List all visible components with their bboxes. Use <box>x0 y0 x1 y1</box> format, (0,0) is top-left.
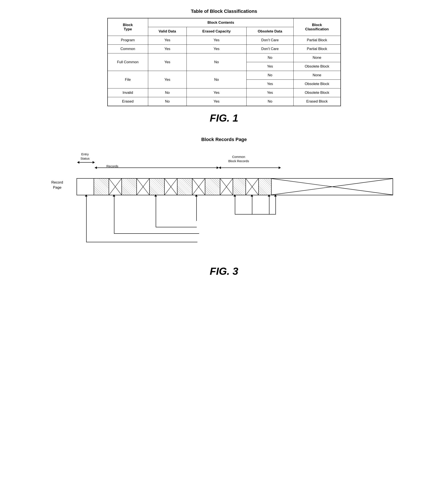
cell-classification: Obsolete Block <box>294 88 341 97</box>
label-common: CommonBlock Records <box>228 155 249 163</box>
common-arrow-left <box>219 166 221 169</box>
header-block-type: BlockType <box>108 18 148 36</box>
header-valid-data: Valid Data <box>148 27 187 36</box>
cell-valid: No <box>148 97 187 106</box>
seg-erased <box>272 179 393 195</box>
seg-dot-1 <box>94 179 109 195</box>
header-block-classification: BlockClassification <box>294 18 341 36</box>
header-block-contents: Block Contents <box>148 18 294 27</box>
vline-7 <box>269 195 269 214</box>
seg-cross-1 <box>109 179 122 195</box>
entry-status-arrow <box>77 162 95 163</box>
arrow-up-1 <box>85 195 88 196</box>
seg-cross-4 <box>192 179 205 195</box>
table-row: Program Yes Yes Don’t Care Partial Block <box>108 36 341 45</box>
cell-classification: Erased Block <box>294 97 341 106</box>
record-bar <box>77 178 393 195</box>
cell-obsolete: Yes <box>247 88 294 97</box>
arrow-left-head <box>77 161 79 164</box>
cell-classification: Obsolete Block <box>294 80 341 88</box>
arrow-up-5 <box>233 195 236 196</box>
seg-dot-5 <box>205 179 220 195</box>
hline-common <box>235 214 276 214</box>
cell-obsolete: No <box>247 71 294 80</box>
table-row: Erased No Yes No Erased Block <box>108 97 341 106</box>
arrow-up-2 <box>113 195 115 196</box>
fig1-section: Table of Block Classifications BlockType… <box>13 8 435 124</box>
cell-valid: Yes <box>148 53 187 71</box>
label-record-page: RecordPage <box>42 180 72 190</box>
cell-obsolete: Yes <box>247 80 294 88</box>
cell-erased: No <box>187 71 247 88</box>
records-arrow-line <box>95 167 219 168</box>
cell-erased: Yes <box>187 45 247 53</box>
table-row: Common Yes Yes Don’t Care Partial Block <box>108 45 341 53</box>
arrow-right-head <box>93 161 95 164</box>
seg-dot-cb-1 <box>233 179 246 195</box>
cell-erased: Yes <box>187 97 247 106</box>
seg-cross-cb-1 <box>220 179 233 195</box>
cell-type: Common <box>108 45 148 53</box>
header-erased-capacity: Erased Capacity <box>187 27 247 36</box>
vline-5 <box>235 195 235 214</box>
arrow-up-4 <box>195 195 198 196</box>
fig3-title: Block Records Page <box>201 137 247 142</box>
cell-obsolete: No <box>247 53 294 62</box>
cell-classification: Partial Block <box>294 45 341 53</box>
cell-classification: None <box>294 71 341 80</box>
header-obsolete-data: Obsolete Data <box>247 27 294 36</box>
seg-dot-3 <box>150 179 165 195</box>
seg-entry-status <box>77 179 94 195</box>
cell-type: Full Common <box>108 53 148 71</box>
hline-bottom-3 <box>156 227 197 227</box>
label-entry-status: EntryStatus <box>75 152 95 160</box>
cell-type: File <box>108 71 148 88</box>
vline-2 <box>114 195 114 234</box>
fig3-label: FIG. 3 <box>210 265 238 277</box>
table-row: File Yes No No None <box>108 71 341 80</box>
hline-bottom-1 <box>86 242 197 242</box>
common-arrow-right <box>279 166 281 169</box>
cell-erased: Yes <box>187 88 247 97</box>
seg-cross-3 <box>165 179 177 195</box>
cell-type: Invalid <box>108 88 148 97</box>
fig3-diagram: EntryStatus Records CommonBlock Records … <box>42 148 406 259</box>
cell-type: Erased <box>108 97 148 106</box>
vline-6 <box>252 195 252 214</box>
fig3-section: Block Records Page EntryStatus Records C… <box>13 137 435 277</box>
table-row: Full Common Yes No No None <box>108 53 341 62</box>
arrow-up-8 <box>274 195 277 196</box>
cell-erased: Yes <box>187 36 247 45</box>
cell-obsolete: Don’t Care <box>247 45 294 53</box>
seg-dot-4 <box>177 179 192 195</box>
cell-classification: None <box>294 53 341 62</box>
cell-erased: No <box>187 53 247 71</box>
cell-valid: Yes <box>148 36 187 45</box>
seg-dot-2 <box>122 179 137 195</box>
vline-1 <box>86 195 87 242</box>
hline-bottom-2 <box>114 233 199 234</box>
common-arrow-line <box>219 167 281 168</box>
cell-classification: Partial Block <box>294 36 341 45</box>
records-arrow-right <box>217 166 219 169</box>
cell-obsolete: Don’t Care <box>247 36 294 45</box>
records-arrow-left <box>95 166 97 169</box>
fig1-label: FIG. 1 <box>210 112 238 124</box>
arrow-up-7 <box>268 195 270 196</box>
cell-valid: No <box>148 88 187 97</box>
seg-cross-cb-2 <box>246 179 259 195</box>
fig1-title: Table of Block Classifications <box>191 8 257 14</box>
vline-4 <box>196 195 197 221</box>
seg-dot-cb-2 <box>259 179 272 195</box>
seg-cross-2 <box>137 179 150 195</box>
vline-3 <box>156 195 156 227</box>
cell-obsolete: No <box>247 97 294 106</box>
cell-valid: Yes <box>148 45 187 53</box>
table-row: Invalid No Yes Yes Obsolete Block <box>108 88 341 97</box>
cell-obsolete: Yes <box>247 62 294 71</box>
arrow-up-6 <box>251 195 253 196</box>
cell-type: Program <box>108 36 148 45</box>
cell-valid: Yes <box>148 71 187 88</box>
arrow-up-3 <box>154 195 157 196</box>
block-classification-table: BlockType Block Contents BlockClassifica… <box>107 18 341 106</box>
